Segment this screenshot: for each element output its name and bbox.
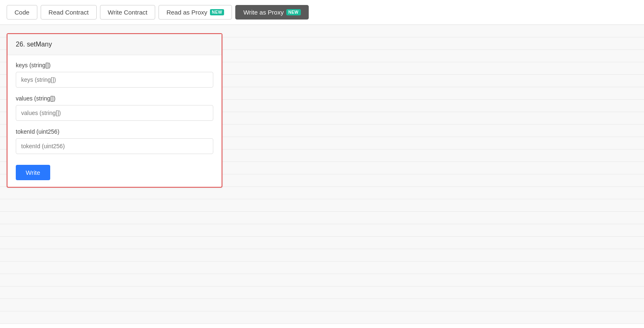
tab-write-contract-label: Write Contract [108,9,148,16]
tab-read-contract[interactable]: Read Contract [41,5,97,20]
values-field-group: values (string[]) [16,95,213,121]
write-as-proxy-badge: NEW [286,9,301,15]
tab-read-as-proxy-label: Read as Proxy [166,9,207,16]
tab-code-label: Code [15,9,29,16]
tab-write-contract[interactable]: Write Contract [100,5,156,20]
page-wrapper: Code Read Contract Write Contract Read a… [0,0,644,328]
main-content: 26. setMany keys (string[]) values (stri… [0,25,644,324]
keys-field-group: keys (string[]) [16,62,213,88]
tab-write-as-proxy-label: Write as Proxy [243,9,283,16]
read-as-proxy-badge: NEW [210,9,224,15]
write-button-label: Write [26,169,40,176]
tab-read-contract-label: Read Contract [49,9,89,16]
tab-bar: Code Read Contract Write Contract Read a… [0,0,644,25]
tab-read-as-proxy[interactable]: Read as Proxy NEW [159,5,232,20]
tokenid-label: tokenId (uint256) [16,128,213,135]
write-button[interactable]: Write [16,165,50,180]
contract-panel: 26. setMany keys (string[]) values (stri… [7,33,222,188]
keys-label: keys (string[]) [16,62,213,69]
panel-body: keys (string[]) values (string[]) tokenI… [7,55,222,187]
keys-input[interactable] [16,72,213,88]
tokenid-field-group: tokenId (uint256) [16,128,213,154]
panel-title: 26. setMany [7,34,222,55]
tokenid-input[interactable] [16,138,213,154]
tab-code[interactable]: Code [7,5,37,20]
values-label: values (string[]) [16,95,213,102]
values-input[interactable] [16,105,213,121]
tab-write-as-proxy[interactable]: Write as Proxy NEW [235,5,308,20]
